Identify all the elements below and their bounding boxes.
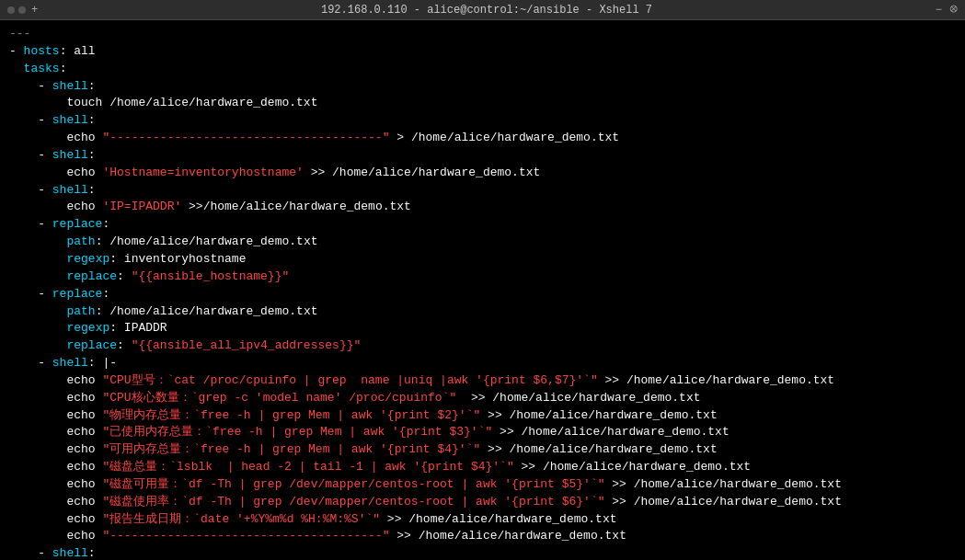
- line-28: echo "磁盘使用率：`df -Th | grep /dev/mapper/c…: [9, 494, 956, 511]
- line-26: echo "磁盘总量：`lsblk | head -2 | tail -1 | …: [9, 459, 956, 476]
- title-bar-left: +: [7, 4, 38, 17]
- minimize-button[interactable]: −: [936, 4, 942, 17]
- line-5: touch /home/alice/hardware_demo.txt: [9, 95, 956, 112]
- line-6: - shell:: [9, 112, 956, 130]
- line-13: path: /home/alice/hardware_demo.txt: [9, 234, 956, 251]
- line-15: replace: "{{ansible_hostname}}": [9, 269, 956, 286]
- line-31: - shell:: [9, 545, 956, 560]
- line-24: echo "已使用内存总量：`free -h | grep Mem | awk …: [9, 424, 956, 441]
- new-tab-icon[interactable]: +: [31, 4, 38, 17]
- line-9: echo 'Hostname=inventoryhostname' >> /ho…: [9, 165, 956, 182]
- line-8: - shell:: [9, 147, 956, 165]
- window-dots: [7, 6, 26, 14]
- line-29: echo "报告生成日期：`date '+%Y%m%d %H:%M:%S'`" …: [9, 511, 956, 529]
- line-19: replace: "{{ansible_all_ipv4_addresses}}…: [9, 337, 956, 355]
- line-14: regexp: inventoryhostname: [9, 251, 956, 269]
- line-7: echo "----------------------------------…: [9, 130, 956, 147]
- line-10: - shell:: [9, 182, 956, 200]
- line-25: echo "可用内存总量：`free -h | grep Mem | awk '…: [9, 441, 956, 459]
- line-3: tasks:: [9, 61, 956, 78]
- line-1: ---: [9, 26, 956, 43]
- line-12: - replace:: [9, 216, 956, 234]
- line-23: echo "物理内存总量：`free -h | grep Mem | awk '…: [9, 407, 956, 425]
- title-bar: + 192.168.0.110 - alice@control:~/ansibl…: [0, 0, 965, 20]
- line-27: echo "磁盘可用量：`df -Th | grep /dev/mapper/c…: [9, 476, 956, 494]
- terminal-window: --- - hosts: all tasks: - shell: touch /…: [0, 20, 965, 560]
- line-11: echo 'IP=IPADDR' >>/home/alice/hardware_…: [9, 199, 956, 216]
- window-controls[interactable]: − ꕕ: [936, 4, 958, 17]
- line-16: - replace:: [9, 286, 956, 303]
- restore-button[interactable]: ꕕ: [949, 4, 958, 17]
- line-18: regexp: IPADDR: [9, 320, 956, 337]
- line-20: - shell: |-: [9, 355, 956, 372]
- line-17: path: /home/alice/hardware_demo.txt: [9, 303, 956, 321]
- line-4: - shell:: [9, 78, 956, 96]
- line-30: echo "----------------------------------…: [9, 528, 956, 545]
- line-2: - hosts: all: [9, 43, 956, 61]
- dot-1: [7, 6, 15, 14]
- window-title: 192.168.0.110 - alice@control:~/ansible …: [38, 4, 936, 17]
- line-21: echo "CPU型号：`cat /proc/cpuinfo | grep na…: [9, 372, 956, 390]
- dot-2: [18, 6, 26, 14]
- line-22: echo "CPU核心数量：`grep -c 'model name' /pro…: [9, 390, 956, 407]
